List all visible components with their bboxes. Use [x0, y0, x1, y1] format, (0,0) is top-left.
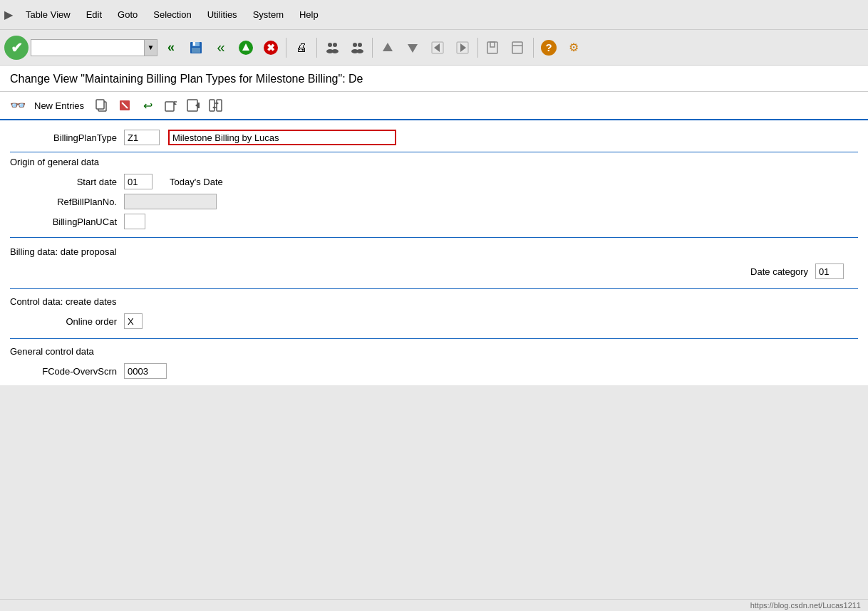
ref-bill-plan-row: RefBillPlanNo.	[10, 192, 858, 212]
nav-left-button[interactable]	[426, 36, 449, 59]
settings-button[interactable]: ⚙	[562, 36, 585, 59]
svg-point-14	[358, 43, 362, 47]
status-bar: https://blog.csdn.net/Lucas1211	[0, 599, 868, 611]
delete-icon	[118, 99, 131, 112]
command-field[interactable]: ▼	[31, 39, 157, 56]
separator-4	[477, 38, 478, 58]
save-icon	[189, 41, 203, 55]
move-down-icon	[406, 41, 419, 54]
nav-right-icon	[456, 41, 469, 54]
box-button[interactable]	[507, 36, 529, 59]
nav-left-icon	[431, 41, 444, 54]
secondary-toolbar: 👓 New Entries ↩	[0, 92, 868, 120]
svg-rect-33	[165, 102, 174, 111]
ref-bill-plan-input[interactable]	[124, 194, 217, 209]
menu-system[interactable]: System	[246, 7, 291, 22]
ref-bill-plan-label: RefBillPlanNo.	[10, 197, 124, 207]
svg-rect-40	[217, 100, 222, 111]
menu-help[interactable]: Help	[292, 7, 326, 22]
save-button[interactable]	[185, 36, 207, 59]
date-category-label: Date category	[750, 266, 815, 277]
copy-button[interactable]	[93, 96, 111, 115]
separator-1	[286, 38, 286, 58]
online-order-label: Online order	[10, 316, 124, 327]
start-date-input[interactable]	[124, 174, 153, 189]
fcode-row: FCode-OvervScrn	[10, 361, 858, 381]
separator-3	[372, 38, 373, 58]
paste-button[interactable]	[161, 96, 180, 115]
spec-mode-icon[interactable]: 👓	[10, 98, 26, 113]
control-data-divider	[10, 288, 858, 289]
separator-2	[316, 38, 317, 58]
command-dropdown-arrow[interactable]: ▼	[144, 40, 157, 56]
new-entries-button[interactable]: New Entries	[30, 99, 88, 113]
svg-marker-18	[408, 44, 418, 53]
menu-selection[interactable]: Selection	[146, 7, 198, 22]
general-control-divider	[10, 338, 858, 339]
billing-plan-ucat-label: BillingPlanUCat	[10, 216, 124, 227]
print-button[interactable]: 🖨	[290, 36, 313, 59]
svg-text:?: ?	[545, 41, 552, 53]
svg-marker-22	[460, 43, 466, 52]
move-up-icon	[381, 41, 394, 54]
svg-marker-43	[217, 102, 219, 105]
up-icon	[238, 40, 254, 56]
svg-rect-30	[96, 100, 104, 109]
box-icon	[511, 41, 525, 55]
find-next-button[interactable]	[346, 36, 368, 59]
status-url: https://blog.csdn.net/Lucas1211	[750, 601, 861, 610]
svg-rect-3	[192, 48, 200, 53]
svg-point-15	[356, 49, 363, 53]
svg-point-10	[333, 43, 337, 47]
billing-plan-ucat-row: BillingPlanUCat	[10, 212, 858, 231]
paste-icon	[164, 99, 177, 112]
delete-button[interactable]	[115, 96, 134, 115]
menu-goto[interactable]: Goto	[110, 7, 145, 22]
nav-right-button[interactable]	[451, 36, 474, 59]
export-icon	[187, 99, 200, 112]
cancel-icon: ✖	[263, 40, 279, 56]
billing-data-section-title: Billing data: date proposal	[0, 242, 868, 258]
bookmark-button[interactable]	[482, 36, 505, 59]
billing-plan-type-row: BillingPlanType	[10, 127, 858, 147]
up-button[interactable]	[234, 36, 257, 59]
export-button[interactable]	[184, 96, 202, 115]
confirm-button[interactable]: ✔	[4, 36, 29, 60]
fcode-label: FCode-OvervScrn	[10, 366, 124, 377]
form-area: BillingPlanType Origin of general data S…	[0, 120, 868, 385]
page-title: Change View "Maintaining Billing Plan Ty…	[0, 66, 868, 92]
menu-edit[interactable]: Edit	[79, 7, 109, 22]
online-order-row: Online order	[10, 311, 858, 331]
origin-section-title: Origin of general data	[0, 152, 868, 169]
move-up-button[interactable]	[376, 36, 399, 59]
rewind-button[interactable]: «	[160, 36, 182, 59]
help-button[interactable]: ?	[537, 36, 560, 59]
svg-point-12	[353, 43, 357, 47]
fcode-input[interactable]	[124, 363, 167, 379]
cancel-button[interactable]: ✖	[259, 36, 282, 59]
svg-marker-20	[434, 43, 440, 52]
transfer-button[interactable]	[207, 96, 225, 115]
move-down-button[interactable]	[401, 36, 424, 59]
billing-plan-type-input[interactable]	[124, 130, 160, 145]
back-button[interactable]: «	[210, 36, 232, 59]
online-order-input[interactable]	[124, 313, 143, 329]
svg-point-11	[331, 49, 339, 53]
undo-button[interactable]: ↩	[138, 96, 157, 115]
find-button[interactable]	[321, 36, 343, 59]
command-input[interactable]	[31, 40, 144, 56]
billing-plan-name-input[interactable]	[168, 130, 396, 145]
billing-plan-ucat-input[interactable]	[124, 214, 145, 229]
svg-marker-17	[383, 43, 393, 51]
copy-icon	[95, 99, 108, 112]
menu-table-view[interactable]: Table View	[19, 7, 78, 22]
svg-rect-25	[512, 42, 522, 53]
date-category-input[interactable]	[815, 263, 844, 279]
find-icon	[325, 41, 339, 55]
menu-utilities[interactable]: Utilities	[200, 7, 244, 22]
bookmark-icon	[486, 41, 500, 55]
svg-text:✖: ✖	[267, 42, 275, 53]
page-title-text: Change View "Maintaining Billing Plan Ty…	[10, 73, 363, 85]
svg-rect-24	[490, 42, 495, 47]
date-category-row: Date category	[10, 261, 858, 281]
